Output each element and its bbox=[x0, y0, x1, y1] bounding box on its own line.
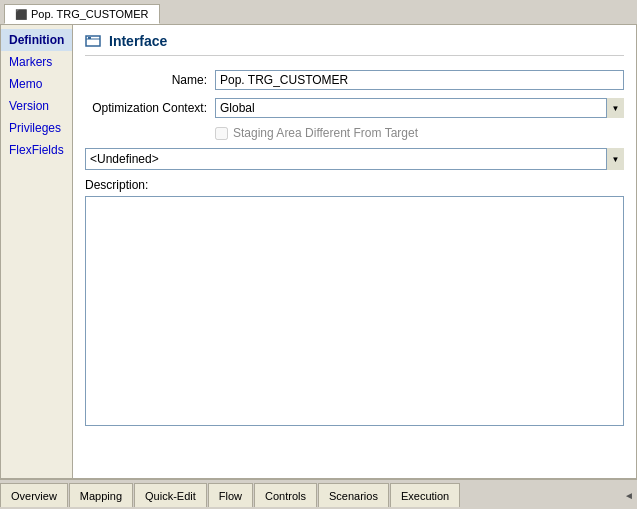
sidebar: Definition Markers Memo Version Privileg… bbox=[1, 25, 73, 478]
staging-checkbox[interactable] bbox=[215, 127, 228, 140]
interface-icon bbox=[85, 33, 101, 49]
staging-label: Staging Area Different From Target bbox=[233, 126, 418, 140]
sidebar-item-markers[interactable]: Markers bbox=[1, 51, 72, 73]
bottom-tab-bar: Overview Mapping Quick-Edit Flow Control… bbox=[0, 479, 637, 507]
tab-quick-edit[interactable]: Quick-Edit bbox=[134, 483, 207, 507]
top-tab-pop-trg-customer[interactable]: ⬛ Pop. TRG_CUSTOMER bbox=[4, 4, 160, 24]
sidebar-item-definition[interactable]: Definition bbox=[1, 29, 72, 51]
undefined-select[interactable]: <Undefined> bbox=[85, 148, 624, 170]
optimization-label: Optimization Context: bbox=[85, 101, 215, 115]
interface-header: Interface bbox=[85, 33, 624, 56]
tab-overview[interactable]: Overview bbox=[0, 483, 68, 507]
undefined-row: <Undefined> ▼ bbox=[85, 148, 624, 170]
tab-execution[interactable]: Execution bbox=[390, 483, 460, 507]
optimization-row: Optimization Context: Global Local None … bbox=[85, 98, 624, 118]
sidebar-item-memo[interactable]: Memo bbox=[1, 73, 72, 95]
optimization-select[interactable]: Global Local None bbox=[215, 98, 624, 118]
description-container: Description: bbox=[85, 178, 624, 429]
top-tab-label: Pop. TRG_CUSTOMER bbox=[31, 8, 149, 20]
scroll-left-arrow[interactable]: ◄ bbox=[621, 490, 637, 501]
sidebar-item-version[interactable]: Version bbox=[1, 95, 72, 117]
tab-mapping[interactable]: Mapping bbox=[69, 483, 133, 507]
description-label: Description: bbox=[85, 178, 624, 192]
name-input[interactable] bbox=[215, 70, 624, 90]
undefined-select-wrapper: <Undefined> ▼ bbox=[85, 148, 624, 170]
optimization-select-wrapper: Global Local None ▼ bbox=[215, 98, 624, 118]
name-row: Name: bbox=[85, 70, 624, 90]
tab-icon: ⬛ bbox=[15, 9, 27, 20]
tab-flow[interactable]: Flow bbox=[208, 483, 253, 507]
staging-row: Staging Area Different From Target bbox=[215, 126, 624, 140]
tab-controls[interactable]: Controls bbox=[254, 483, 317, 507]
interface-title: Interface bbox=[109, 33, 167, 49]
sidebar-item-privileges[interactable]: Privileges bbox=[1, 117, 72, 139]
content-panel: Interface Name: Optimization Context: Gl… bbox=[73, 25, 636, 478]
tab-scenarios[interactable]: Scenarios bbox=[318, 483, 389, 507]
svg-rect-2 bbox=[88, 37, 91, 39]
top-tab-bar: ⬛ Pop. TRG_CUSTOMER bbox=[0, 0, 637, 24]
sidebar-item-flexfields[interactable]: FlexFields bbox=[1, 139, 72, 161]
name-label: Name: bbox=[85, 73, 215, 87]
main-container: Definition Markers Memo Version Privileg… bbox=[0, 24, 637, 479]
description-textarea[interactable] bbox=[85, 196, 624, 426]
